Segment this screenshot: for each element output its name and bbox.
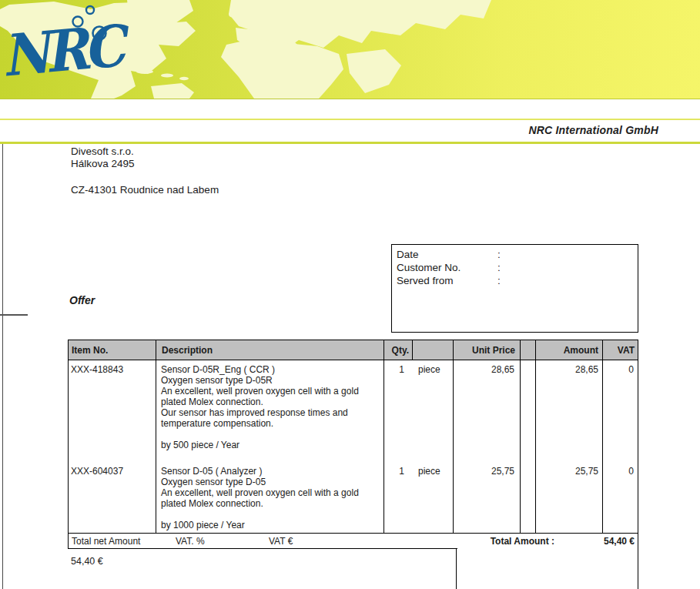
- description-line: by 500 piece / Year: [161, 440, 381, 450]
- row-description: Sensor D-05R_Eng ( CCR ) Oxygen sensor t…: [161, 364, 381, 450]
- header-item-no: Item No.: [69, 340, 156, 360]
- vat-eur-label: VAT €: [269, 536, 293, 547]
- row-unit: piece: [418, 466, 440, 477]
- description-line: Oxygen sensor type D-05R: [161, 375, 381, 386]
- logo-bubble-icon: [86, 6, 94, 14]
- page-edge-line: [2, 144, 3, 589]
- items-table: Item No. Description Qty. Unit Price Amo…: [68, 340, 638, 549]
- header-description: Description: [156, 340, 384, 360]
- customer-colon: :: [497, 261, 638, 274]
- column-divider: [383, 360, 384, 533]
- column-divider: [453, 360, 454, 533]
- recipient-address: Divesoft s.r.o. Hálkova 2495 CZ-41301 Ro…: [71, 146, 219, 196]
- served-colon: :: [497, 274, 638, 287]
- company-name: NRC International GmbH: [528, 124, 658, 136]
- nrc-logo-text: NRC: [0, 12, 131, 90]
- lower-box-right-border: [638, 549, 638, 589]
- header-qty: Qty.: [384, 340, 413, 360]
- recipient-city: CZ-41301 Roudnice nad Labem: [71, 184, 219, 196]
- description-line: An excellent, well proven oxygen cell wi…: [161, 487, 381, 498]
- description-line: plated Molex connection.: [161, 397, 381, 407]
- divider-rule-bottom: [0, 142, 700, 144]
- row-item-no: XXX-418843: [71, 364, 123, 375]
- description-line: An excellent, well proven oxygen cell wi…: [161, 386, 381, 397]
- description-line: by 1000 piece / Year: [161, 520, 381, 530]
- row-vat: 0: [588, 466, 634, 477]
- column-divider: [535, 360, 536, 533]
- row-unit-price: 28,65: [453, 364, 514, 375]
- row-unit-price: 25,75: [453, 466, 514, 477]
- net-total-value: 54,40 €: [71, 556, 103, 567]
- table-header-row: Item No. Description Qty. Unit Price Amo…: [68, 340, 638, 360]
- column-divider: [156, 360, 156, 533]
- fold-mark: [0, 314, 28, 316]
- table-body: XXX-418843 Sensor D-05R_Eng ( CCR ) Oxyg…: [68, 360, 638, 533]
- description-line: temperature compensation.: [161, 418, 381, 429]
- table-footer-row: Total net Amount VAT. % VAT € Total Amou…: [68, 533, 638, 549]
- info-row-served: Served from:: [392, 274, 638, 287]
- total-amount-value: 54,40 €: [604, 536, 635, 547]
- description-line: [161, 509, 381, 520]
- header-band: NRC: [0, 0, 700, 99]
- lower-box-left-border: [456, 549, 457, 589]
- row-unit: piece: [418, 364, 440, 375]
- description-line: Our sensor has improved response times a…: [161, 407, 381, 418]
- header-vat: VAT: [603, 340, 638, 360]
- row-description: Sensor D-05 ( Analyzer ) Oxygen sensor t…: [161, 466, 381, 530]
- offer-document-page: NRC NRC International GmbH Divesoft s.r.…: [0, 0, 700, 589]
- info-row-customer: Customer No.:: [392, 261, 638, 274]
- header-unit: [413, 340, 454, 360]
- description-line: plated Molex connection.: [161, 498, 381, 509]
- row-qty: 1: [383, 466, 404, 477]
- total-amount-label: Total Amount :: [491, 536, 554, 547]
- nrc-logo: NRC: [0, 0, 131, 92]
- header-amount: Amount: [536, 340, 603, 360]
- table-border-right: [638, 360, 638, 533]
- info-row-date: Date:: [392, 248, 638, 261]
- description-line: [161, 429, 381, 440]
- row-vat: 0: [588, 364, 634, 375]
- footer-partial-border: [69, 548, 457, 549]
- document-title: Offer: [69, 294, 95, 306]
- row-qty: 1: [383, 364, 404, 375]
- recipient-name: Divesoft s.r.o.: [71, 146, 219, 158]
- row-item-no: XXX-604037: [71, 466, 123, 477]
- total-net-label: Total net Amount: [72, 536, 140, 547]
- vat-percent-label: VAT. %: [176, 536, 205, 547]
- order-info-box: Date: Customer No.: Served from:: [391, 244, 638, 333]
- header-gap: [521, 340, 536, 360]
- divider-rule-top: [0, 119, 700, 120]
- recipient-street: Hálkova 2495: [71, 158, 219, 170]
- date-colon: :: [497, 248, 638, 261]
- column-divider: [602, 360, 603, 533]
- customer-no-label: Customer No.: [397, 261, 497, 274]
- table-border-left: [68, 360, 69, 533]
- header-unit-price: Unit Price: [454, 340, 521, 360]
- date-label: Date: [397, 248, 497, 261]
- description-line: Sensor D-05 ( Analyzer ): [161, 466, 381, 477]
- column-divider: [520, 360, 521, 533]
- description-line: Sensor D-05R_Eng ( CCR ): [161, 364, 381, 375]
- served-from-label: Served from: [397, 274, 497, 287]
- description-line: Oxygen sensor type D-05: [161, 477, 381, 487]
